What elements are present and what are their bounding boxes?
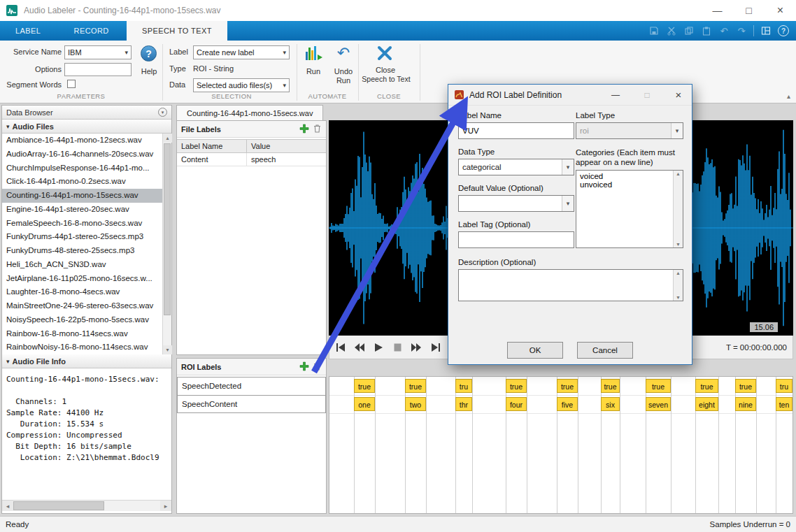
- cancel-button[interactable]: Cancel: [577, 342, 633, 359]
- tab-speech-to-text[interactable]: SPEECH TO TEXT: [127, 21, 227, 41]
- audio-file-item[interactable]: RainbowNoisy-16-8-mono-114secs.wav: [2, 340, 162, 354]
- rewind-icon[interactable]: [354, 342, 365, 353]
- close-speech-to-text-button[interactable]: [376, 45, 393, 64]
- undo-run-button[interactable]: ↶: [329, 45, 358, 62]
- timeline-cell-true[interactable]: true: [735, 379, 756, 393]
- audio-file-item[interactable]: AudioArray-16-16-4channels-20secs.wav: [2, 148, 162, 161]
- timeline-cell-word[interactable]: one: [354, 397, 375, 411]
- run-button[interactable]: [301, 45, 326, 65]
- save-icon[interactable]: [648, 25, 660, 36]
- cut-icon[interactable]: [666, 25, 677, 36]
- data-dropdown[interactable]: Selected audio files(s) ▾: [193, 78, 290, 92]
- timeline-cell-true[interactable]: true: [354, 379, 375, 393]
- tab-record[interactable]: RECORD: [59, 21, 125, 41]
- timeline-cell-word[interactable]: six: [601, 397, 620, 411]
- timeline-cell-true[interactable]: tru: [776, 379, 793, 393]
- label-dropdown[interactable]: Create new label ▾: [193, 45, 290, 59]
- audio-file-item[interactable]: FemaleSpeech-16-8-mono-3secs.wav: [2, 217, 162, 231]
- document-tab[interactable]: Counting-16-44p1-mono-15secs.wav: [176, 105, 323, 120]
- audio-file-item[interactable]: FunkyDrums-48-stereo-25secs.mp3: [2, 244, 162, 258]
- description-scrollbar[interactable]: ▲▼: [673, 270, 683, 301]
- panel-pin-icon[interactable]: ▾: [158, 108, 167, 117]
- timeline-cell-true[interactable]: true: [646, 379, 671, 393]
- scroll-up-icon[interactable]: ▴: [163, 134, 172, 143]
- layout-icon[interactable]: [760, 25, 772, 36]
- scroll-left-icon[interactable]: ◂: [2, 501, 13, 511]
- timeline-cell-word[interactable]: nine: [735, 397, 756, 411]
- timeline-cell-word[interactable]: eight: [695, 397, 718, 411]
- segment-words-checkbox[interactable]: [67, 80, 76, 88]
- label-tag-input[interactable]: [458, 231, 574, 248]
- audio-file-item[interactable]: Click-16-44p1-mono-0.2secs.wav: [2, 175, 162, 189]
- add-roi-label-icon[interactable]: [299, 361, 309, 373]
- categories-textarea[interactable]: voiced unvoiced: [576, 171, 673, 247]
- scroll-up-icon[interactable]: ▲: [674, 171, 683, 176]
- audio-file-item[interactable]: ChurchImpulseResponse-16-44p1-mo...: [2, 161, 162, 175]
- audio-file-item[interactable]: FunkyDrums-44p1-stereo-25secs.mp3: [2, 230, 162, 244]
- service-name-dropdown[interactable]: IBM ▾: [64, 45, 132, 59]
- audio-file-item[interactable]: Laughter-16-8-mono-4secs.wav: [2, 285, 162, 299]
- timeline-cell-true[interactable]: true: [506, 379, 527, 393]
- close-label-line1[interactable]: Close: [361, 66, 410, 74]
- close-button[interactable]: ×: [765, 0, 796, 21]
- default-value-select[interactable]: ▾: [458, 195, 574, 212]
- timeline-cell-word[interactable]: five: [557, 397, 578, 411]
- data-type-select[interactable]: categorical ▾: [458, 159, 574, 175]
- scroll-up-icon[interactable]: ▲: [674, 271, 683, 275]
- redo-icon[interactable]: ↷: [736, 25, 747, 36]
- help-ribbon-icon[interactable]: ?: [141, 45, 157, 62]
- audio-file-item[interactable]: MainStreetOne-24-96-stereo-63secs.wav: [2, 299, 162, 313]
- roi-label-item[interactable]: SpeechDetected: [177, 377, 326, 395]
- timeline-cell-true[interactable]: true: [405, 379, 426, 393]
- file-label-row[interactable]: Contentspeech: [177, 153, 326, 166]
- scroll-right-icon[interactable]: ▸: [160, 501, 171, 511]
- audio-file-item[interactable]: Rainbow-16-8-mono-114secs.wav: [2, 327, 162, 341]
- timeline-cell-word[interactable]: thr: [455, 397, 472, 411]
- audio-files-header[interactable]: ▾ Audio Files: [2, 120, 171, 134]
- undo-icon[interactable]: ↶: [718, 25, 730, 36]
- add-file-label-icon[interactable]: [299, 124, 309, 135]
- run-label[interactable]: Run: [299, 67, 327, 76]
- audio-file-item[interactable]: Engine-16-44p1-stereo-20sec.wav: [2, 203, 162, 217]
- timeline-cell-true[interactable]: true: [557, 379, 578, 393]
- timeline-cell-true[interactable]: true: [601, 379, 620, 393]
- play-icon[interactable]: [373, 342, 384, 353]
- scrollbar-thumb[interactable]: [164, 143, 171, 315]
- timeline-cell-true[interactable]: true: [695, 379, 718, 393]
- scroll-down-icon[interactable]: ▼: [674, 295, 683, 300]
- skip-end-icon[interactable]: [429, 342, 441, 353]
- close-label-line2[interactable]: Speech to Text: [358, 75, 414, 83]
- minimize-button[interactable]: —: [702, 0, 733, 21]
- audio-file-item[interactable]: NoisySpeech-16-22p5-mono-5secs.wav: [2, 313, 162, 327]
- dialog-minimize-button[interactable]: —: [602, 85, 629, 105]
- ok-button[interactable]: OK: [507, 342, 563, 359]
- dialog-maximize-button[interactable]: □: [634, 85, 660, 105]
- description-textarea[interactable]: [459, 270, 673, 301]
- timeline-panel[interactable]: trueonetruetwotruthrtruefourtruefivetrue…: [329, 376, 793, 514]
- timeline-cell-true[interactable]: tru: [455, 379, 472, 393]
- maximize-button[interactable]: □: [733, 0, 765, 21]
- fast-forward-icon[interactable]: [411, 342, 422, 353]
- stop-icon[interactable]: [392, 342, 403, 353]
- copy-icon[interactable]: [683, 25, 695, 36]
- timeline-cell-word[interactable]: four: [506, 397, 527, 411]
- options-input[interactable]: [64, 63, 132, 76]
- delete-file-label-icon[interactable]: [313, 124, 322, 135]
- audio-file-item[interactable]: Heli_16ch_ACN_SN3D.wav: [2, 258, 162, 272]
- roi-label-item[interactable]: SpeechContent: [177, 395, 326, 413]
- audio-file-item[interactable]: Counting-16-44p1-mono-15secs.wav: [2, 189, 162, 203]
- info-hscrollbar[interactable]: ◂ ▸: [2, 500, 171, 511]
- skip-start-icon[interactable]: [335, 342, 346, 353]
- tab-label[interactable]: LABEL: [0, 21, 56, 41]
- timeline-cell-word[interactable]: two: [405, 397, 426, 411]
- undo-run-label[interactable]: Undo Run: [327, 67, 360, 85]
- audio-file-list-scrollbar[interactable]: ▴ ▾: [162, 134, 171, 354]
- audio-file-item[interactable]: JetAirplane-16-11p025-mono-16secs.w...: [2, 272, 162, 286]
- help-icon[interactable]: ?: [778, 25, 789, 36]
- scrollbar-thumb[interactable]: [13, 501, 104, 510]
- help-ribbon-label[interactable]: Help: [135, 67, 163, 76]
- audio-file-item[interactable]: Ambiance-16-44p1-mono-12secs.wav: [2, 134, 162, 148]
- timeline-cell-word[interactable]: ten: [776, 397, 793, 411]
- scroll-down-icon[interactable]: ▼: [674, 242, 683, 247]
- label-name-input[interactable]: [458, 122, 574, 139]
